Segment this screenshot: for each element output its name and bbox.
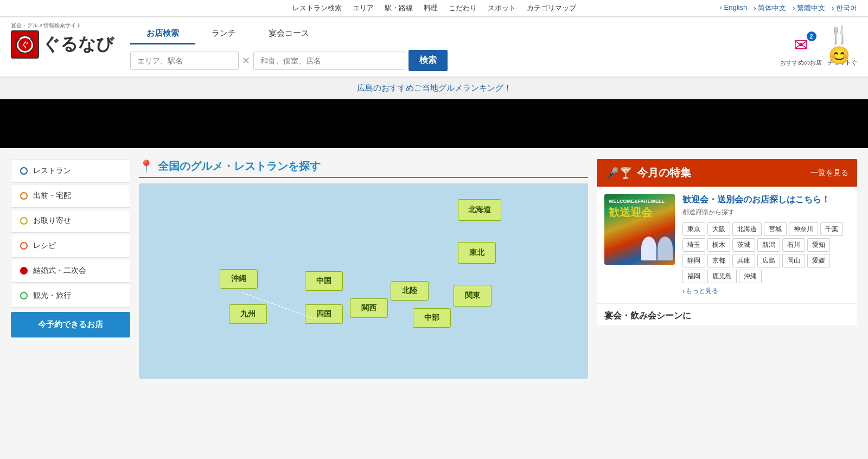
pref-tag-5[interactable]: 千葉 [820,222,843,236]
sidebar-item-recipe[interactable]: レシピ [11,234,130,258]
region-shikoku[interactable]: 四国 [305,304,343,324]
feature-image-1: WELCOME&FAREWELL 歓送迎会 [604,194,675,265]
pref-tag-17[interactable]: 愛媛 [807,254,830,267]
sidebar-recipe-label: レシピ [33,241,56,251]
region-okinawa[interactable]: 沖縄 [220,269,258,289]
map-container: 北海道 東北 関東 中部 北陸 関西 中国 四国 九州 沖縄 [139,183,588,379]
nav-spot[interactable]: スポット [488,3,516,13]
pref-tag-10[interactable]: 石川 [782,238,805,252]
pref-tag-0[interactable]: 東京 [682,222,705,236]
mail-label: おすすめのお店 [780,59,822,67]
clear-icon[interactable]: ✕ [242,55,250,67]
pref-tag-9[interactable]: 新潟 [757,238,780,252]
lang-english[interactable]: › English [720,3,748,13]
nav-station[interactable]: 駅・路線 [385,3,413,13]
pref-tag-20[interactable]: 沖縄 [739,270,762,283]
map-pin-icon: 📍 [139,160,154,174]
chotto-icon-box[interactable]: 🍴😊 チョットぐ [827,33,857,67]
pref-tag-11[interactable]: 愛知 [807,238,830,252]
pref-tag-3[interactable]: 宮城 [764,222,787,236]
feature-card-1: WELCOME&FAREWELL 歓送迎会 歓迎会・送別会のお店探しはこちら！ … [597,187,857,304]
prefecture-grid: 東京大阪北海道宮城神奈川千葉埼玉栃木茨城新潟石川愛知静岡京都兵庫広島岡山愛媛福岡… [682,222,850,283]
pref-tag-12[interactable]: 静岡 [682,254,705,267]
lang-tw[interactable]: › 繁體中文 [793,3,825,13]
tab-bar: お店検索 ランチ 宴会コース [130,24,769,44]
region-hokuriku[interactable]: 北陸 [391,281,429,301]
features-title: 🎤🍸 今月の特集 [605,165,691,180]
pref-tag-4[interactable]: 神奈川 [789,222,818,236]
region-kanto[interactable]: 関東 [454,285,492,307]
pref-tag-13[interactable]: 京都 [707,254,730,267]
nav-restaurant-search[interactable]: レストラン検索 [292,3,342,13]
feature-card-2-title: 宴会・飲み会シーンに [597,304,857,325]
header: 宴会・グルメ情報検索サイト ぐ ぐるなび お店検索 ランチ 宴会コース ✕ [0,17,868,78]
region-kansai[interactable]: 関西 [350,298,388,318]
logo-icon: ぐ [11,30,39,59]
map-title-text: 全国のグルメ・レストランを探す [158,159,321,174]
mail-badge: 2 [807,31,816,41]
recommended-shops-icon[interactable]: ✉ 2 おすすめのお店 [780,33,822,67]
feature-content-1: 歓迎会・送別会のお店探しはこちら！ 都道府県から探す 東京大阪北海道宮城神奈川千… [682,194,850,296]
logo-tagline: 宴会・グルメ情報検索サイト [11,22,81,29]
dot-orange-icon [20,192,28,200]
search-row: ✕ 検索 [130,50,769,76]
sidebar-travel-label: 観光・旅行 [33,291,71,301]
tab-banquet[interactable]: 宴会コース [252,24,326,44]
nav-cuisine[interactable]: 料理 [424,3,438,13]
mail-icon: ✉ [794,35,808,55]
reserve-button[interactable]: 今予約できるお店 [11,312,130,337]
region-chubu[interactable]: 中部 [413,308,451,328]
lang-cn[interactable]: › 简体中文 [754,3,786,13]
pref-tag-15[interactable]: 広島 [757,254,780,267]
pref-tag-1[interactable]: 大阪 [707,222,730,236]
language-links: › English › 简体中文 › 繁體中文 › 한국어 [720,3,857,13]
pref-tag-7[interactable]: 栃木 [707,238,730,252]
nav-features[interactable]: こだわり [449,3,477,13]
keyword-search-input[interactable] [253,52,405,70]
region-chugoku[interactable]: 中国 [305,271,343,291]
region-kyushu[interactable]: 九州 [229,304,267,324]
region-tohoku[interactable]: 東北 [458,242,496,264]
search-button[interactable]: 検索 [409,50,448,71]
sidebar-delivery-label: 出前・宅配 [33,191,71,201]
chotto-icon-wrapper: 🍴😊 [828,33,857,58]
dot-orange2-icon [20,242,28,250]
chotto-icon: 🍴😊 [828,24,857,66]
more-link[interactable]: › もっと見る [682,286,850,296]
header-right: ✉ 2 おすすめのお店 🍴😊 チョットぐ [780,22,857,72]
header-center: お店検索 ランチ 宴会コース ✕ 検索 [130,22,769,76]
svg-text:ぐ: ぐ [21,40,29,49]
tab-lunch[interactable]: ランチ [195,24,252,44]
nav-category-map[interactable]: カテゴリマップ [527,3,576,13]
mail-icon-wrapper: ✉ 2 [787,33,815,58]
sidebar-item-wedding[interactable]: 結婚式・二次会 [11,259,130,283]
sidebar-item-delivery[interactable]: 出前・宅配 [11,184,130,208]
lang-kr[interactable]: › 한국어 [832,3,857,13]
hero-banner [0,99,868,148]
area-search-input[interactable] [130,52,239,70]
pref-tag-16[interactable]: 岡山 [782,254,805,267]
features-icon: 🎤🍸 [605,167,633,180]
feature-card-title[interactable]: 歓迎会・送別会のお店探しはこちら！ [682,194,850,206]
pref-tag-2[interactable]: 北海道 [732,222,762,236]
main-content: レストラン 出前・宅配 お取り寄せ レシピ 結婚式・二次会 観光・旅行 今予約で… [0,148,868,390]
dot-green-icon [20,292,28,299]
sidebar-wedding-label: 結婚式・二次会 [33,266,86,276]
tab-shop-search[interactable]: お店検索 [130,24,195,44]
banner-strip[interactable]: 広島のおすすめご当地グルメランキング！ [0,78,868,99]
map-svg [139,183,588,379]
view-all-link[interactable]: 一覧を見る [810,168,848,178]
pref-tag-14[interactable]: 兵庫 [732,254,755,267]
pref-tag-18[interactable]: 福岡 [682,270,705,283]
logo-main: ぐ ぐるなび [11,30,114,59]
pref-tag-8[interactable]: 茨城 [732,238,755,252]
nav-area[interactable]: エリア [353,3,374,13]
sidebar-item-takeout[interactable]: お取り寄せ [11,209,130,233]
sidebar-item-travel[interactable]: 観光・旅行 [11,284,130,308]
map-section-title: 📍 全国のグルメ・レストランを探す [139,159,588,178]
logo-area: 宴会・グルメ情報検索サイト ぐ ぐるなび [11,22,119,63]
pref-tag-19[interactable]: 鹿児島 [707,270,737,283]
pref-tag-6[interactable]: 埼玉 [682,238,705,252]
region-hokkaido[interactable]: 北海道 [458,199,501,221]
sidebar-item-restaurant[interactable]: レストラン [11,159,130,183]
